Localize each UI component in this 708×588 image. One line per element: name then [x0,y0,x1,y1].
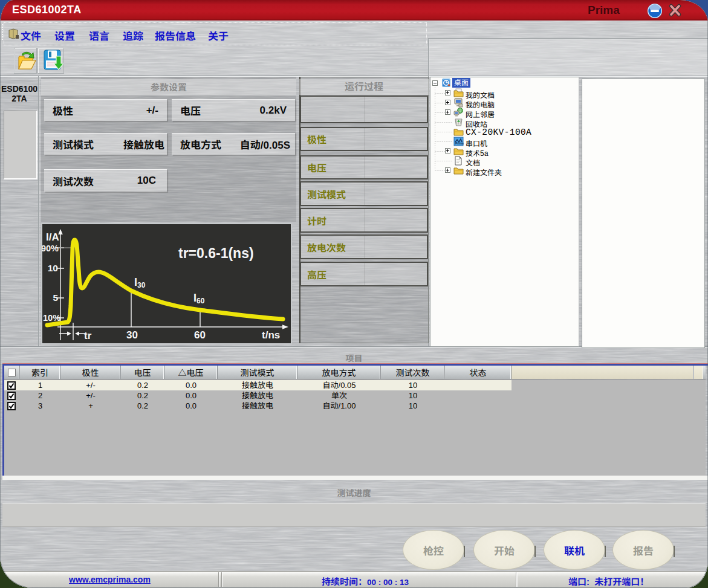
svg-text:30: 30 [126,329,138,341]
svg-text:I60: I60 [193,292,205,305]
svg-text:10%: 10% [43,313,60,323]
svg-text:tr: tr [84,330,92,341]
svg-text:10: 10 [48,263,58,273]
svg-text:Prima: Prima [455,141,464,145]
svg-text:60: 60 [194,329,206,341]
svg-text:I30: I30 [134,276,146,289]
svg-text:90%: 90% [42,244,59,253]
svg-text:5: 5 [53,292,58,303]
svg-text:tr=0.6-1(ns): tr=0.6-1(ns) [178,245,254,261]
svg-text:t/ns: t/ns [262,329,280,341]
svg-text:I/A: I/A [46,231,59,243]
